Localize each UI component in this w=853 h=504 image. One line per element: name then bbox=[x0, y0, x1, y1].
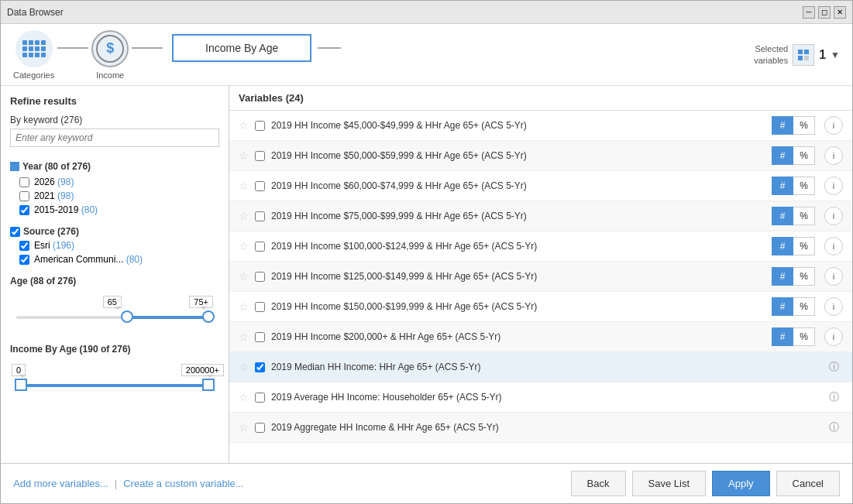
var-checkbox[interactable] bbox=[255, 181, 265, 191]
save-list-button[interactable]: Save List bbox=[632, 471, 706, 496]
info-button[interactable]: ⓘ bbox=[824, 358, 843, 376]
var-name: 2019 Aggregate HH Income & HHr Age 65+ (… bbox=[271, 422, 762, 433]
star-icon[interactable]: ☆ bbox=[239, 391, 249, 403]
info-button[interactable]: ⓘ bbox=[824, 388, 843, 406]
hash-button[interactable]: # bbox=[772, 116, 793, 135]
percent-button[interactable]: % bbox=[793, 146, 815, 165]
selected-variables-widget[interactable]: Selectedvariables 1 ▼ bbox=[754, 43, 840, 66]
star-icon[interactable]: ☆ bbox=[239, 270, 249, 283]
cancel-button[interactable]: Cancel bbox=[776, 471, 840, 496]
income-thumb-min[interactable] bbox=[15, 379, 27, 391]
window-controls: ─ ◻ ✕ bbox=[803, 6, 846, 19]
keyword-input[interactable] bbox=[10, 129, 219, 147]
nav-income[interactable]: $ Income bbox=[91, 30, 129, 80]
nav-categories[interactable]: Categories bbox=[13, 30, 54, 80]
star-icon[interactable]: ☆ bbox=[239, 300, 249, 313]
percent-button[interactable]: % bbox=[793, 267, 815, 286]
breadcrumb-nav: Categories $ Income Income By Age bbox=[13, 30, 754, 80]
hash-button[interactable]: # bbox=[772, 146, 793, 165]
var-checkbox[interactable] bbox=[255, 362, 265, 372]
selected-vars-chevron[interactable]: ▼ bbox=[831, 50, 840, 60]
income-max-arrow bbox=[207, 375, 213, 378]
source-section: Source (276) Esri (196) American Communi… bbox=[10, 226, 219, 268]
var-name: 2019 HH Income $200,000+ & HHr Age 65+ (… bbox=[271, 331, 765, 342]
star-icon[interactable]: ☆ bbox=[239, 119, 249, 132]
info-button[interactable]: i bbox=[824, 146, 843, 165]
back-button[interactable]: Back bbox=[571, 471, 626, 496]
var-checkbox[interactable] bbox=[255, 121, 265, 131]
minimize-button[interactable]: ─ bbox=[803, 6, 815, 19]
hash-button[interactable]: # bbox=[772, 297, 793, 316]
source-checkbox-esri[interactable] bbox=[19, 241, 29, 251]
age-thumb-max[interactable] bbox=[202, 310, 215, 323]
info-button[interactable]: i bbox=[824, 267, 843, 286]
table-row: ☆ 2019 HH Income $200,000+ & HHr Age 65+… bbox=[229, 322, 852, 352]
hash-button[interactable]: # bbox=[772, 267, 793, 286]
info-button[interactable]: i bbox=[824, 207, 843, 225]
link-separator: | bbox=[115, 478, 117, 489]
percent-button[interactable]: % bbox=[793, 297, 815, 316]
star-icon[interactable]: ☆ bbox=[239, 331, 249, 343]
title-bar: Data Browser ─ ◻ ✕ bbox=[1, 1, 852, 24]
var-type-buttons: # % bbox=[772, 116, 815, 135]
var-name: 2019 HH Income $150,000-$199,999 & HHr A… bbox=[271, 301, 765, 312]
percent-button[interactable]: % bbox=[793, 177, 815, 195]
year-checkbox-2021[interactable] bbox=[19, 191, 29, 201]
maximize-button[interactable]: ◻ bbox=[818, 6, 831, 19]
var-checkbox[interactable] bbox=[255, 393, 265, 403]
star-icon[interactable]: ☆ bbox=[239, 361, 249, 373]
svg-rect-0 bbox=[798, 50, 803, 54]
selected-category-box[interactable]: Income By Age bbox=[172, 34, 311, 62]
info-button[interactable]: i bbox=[824, 297, 843, 316]
var-checkbox[interactable] bbox=[255, 423, 265, 433]
year-checkbox-2015-2019[interactable] bbox=[19, 205, 29, 215]
income-thumb-max[interactable] bbox=[202, 379, 215, 391]
var-checkbox[interactable] bbox=[255, 242, 265, 252]
table-row: ☆ 2019 HH Income $45,000-$49,999 & HHr A… bbox=[229, 111, 852, 141]
source-checkbox-all[interactable] bbox=[10, 227, 20, 237]
star-icon[interactable]: ☆ bbox=[239, 421, 249, 434]
income-max-label: 200000+ bbox=[181, 364, 224, 376]
info-button[interactable]: i bbox=[824, 177, 843, 195]
age-section: Age (88 of 276) 65 75+ bbox=[10, 276, 219, 331]
star-icon[interactable]: ☆ bbox=[239, 149, 249, 162]
star-icon[interactable]: ☆ bbox=[239, 210, 249, 222]
info-button[interactable]: i bbox=[824, 237, 843, 255]
source-checkbox-acs[interactable] bbox=[19, 255, 29, 265]
close-button[interactable]: ✕ bbox=[834, 6, 846, 19]
hash-button[interactable]: # bbox=[772, 237, 793, 255]
var-checkbox[interactable] bbox=[255, 332, 265, 342]
percent-button[interactable]: % bbox=[793, 207, 815, 225]
year-item-2021: 2021 (98) bbox=[19, 190, 219, 201]
var-name: 2019 HH Income $45,000-$49,999 & HHr Age… bbox=[271, 120, 765, 131]
percent-button[interactable]: % bbox=[793, 327, 815, 346]
apply-button[interactable]: Apply bbox=[712, 471, 770, 496]
var-checkbox[interactable] bbox=[255, 302, 265, 312]
table-row: ☆ 2019 HH Income $125,000-$149,999 & HHr… bbox=[229, 262, 852, 292]
info-button[interactable]: ⓘ bbox=[824, 418, 843, 437]
income-slider[interactable]: 0 200000+ bbox=[16, 361, 213, 399]
age-thumb-min[interactable] bbox=[121, 310, 133, 323]
hash-button[interactable]: # bbox=[772, 177, 793, 195]
bottom-links: Add more variables... | Create a custom … bbox=[13, 478, 244, 489]
star-icon[interactable]: ☆ bbox=[239, 180, 249, 192]
create-variable-link[interactable]: Create a custom variable... bbox=[123, 478, 243, 489]
percent-button[interactable]: % bbox=[793, 237, 815, 255]
table-row: ☆ 2019 HH Income $50,000-$59,999 & HHr A… bbox=[229, 141, 852, 171]
var-type-buttons: # % bbox=[772, 327, 815, 346]
info-button[interactable]: i bbox=[824, 116, 843, 135]
info-button[interactable]: i bbox=[824, 327, 843, 346]
hash-button[interactable]: # bbox=[772, 207, 793, 225]
var-checkbox[interactable] bbox=[255, 151, 265, 161]
star-icon[interactable]: ☆ bbox=[239, 240, 249, 252]
percent-button[interactable]: % bbox=[793, 116, 815, 135]
year-checkbox-2026[interactable] bbox=[19, 177, 29, 187]
hash-button[interactable]: # bbox=[772, 327, 793, 346]
add-variables-link[interactable]: Add more variables... bbox=[13, 478, 108, 489]
age-min-arrow bbox=[115, 307, 121, 310]
var-checkbox[interactable] bbox=[255, 211, 265, 221]
var-name: 2019 HH Income $50,000-$59,999 & HHr Age… bbox=[271, 150, 765, 161]
var-checkbox[interactable] bbox=[255, 272, 265, 282]
left-panel: Refine results By keyword (276) Year (80… bbox=[1, 86, 229, 463]
age-slider[interactable]: 65 75+ bbox=[16, 293, 213, 331]
